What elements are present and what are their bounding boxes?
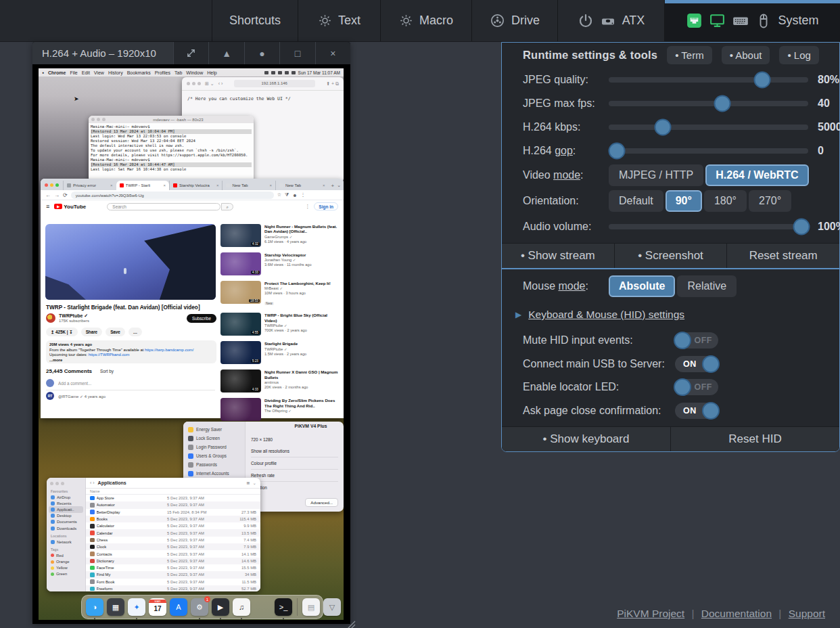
finder-sidebar-item: Desktop xyxy=(49,513,83,519)
running-indicator-dot xyxy=(136,618,137,619)
toggle-row: Ask page close confirmation:ON xyxy=(502,399,839,423)
toggle-state-label: OFF xyxy=(695,336,713,345)
audio-volume-slider-thumb[interactable] xyxy=(793,218,810,235)
stream-close-button[interactable]: × xyxy=(315,42,350,64)
tab-close-icon[interactable]: × xyxy=(163,183,166,187)
video-mode-option-h-264-webrtc[interactable]: H.264 / WebRTC xyxy=(705,164,808,186)
browser-tab[interactable]: TWRP - Starli× xyxy=(116,181,169,190)
panel-tab-term[interactable]: • Term xyxy=(667,46,711,64)
sidebar-item-label: Green xyxy=(56,572,67,576)
audio-volume-slider[interactable] xyxy=(609,224,808,229)
toggle-enable-locator-led[interactable]: OFF xyxy=(675,379,718,395)
finder-sidebar-item: Applicati.. xyxy=(49,506,83,512)
toggle-ask-page-close-confirmation[interactable]: ON xyxy=(675,403,718,419)
suggested-video: 4:33Night Runner X Danni GSO | Magnum Bu… xyxy=(220,369,341,392)
toggle-row: Mute HID input events:OFF xyxy=(502,329,839,353)
toggle-mute-hid-input-events[interactable]: OFF xyxy=(675,332,718,349)
settings-item-label: Login Password xyxy=(196,445,227,449)
tab-title: Privacy error xyxy=(73,183,108,187)
bookmark-icon: ☆ xyxy=(277,192,281,198)
tab-search-caret-icon[interactable]: ⌄ xyxy=(337,183,341,190)
finder-sidebar-item: Green xyxy=(49,571,83,577)
jpeg-quality-slider-thumb[interactable] xyxy=(754,71,771,88)
orientation-option-270-[interactable]: 270° xyxy=(749,190,791,212)
settings-item-icon xyxy=(188,436,193,441)
stream-window-header[interactable]: H.264 + Audio – 1920x10 ▲●□× xyxy=(32,42,350,64)
new-tab-button[interactable]: + xyxy=(331,183,334,189)
sidebar-item-icon xyxy=(51,520,55,524)
running-indicator-dot xyxy=(199,618,200,619)
panel-button-reset-stream[interactable]: Reset stream xyxy=(727,244,839,268)
suggested-video: 18:53Protect The Lamborghini, Keep It!Mr… xyxy=(220,281,341,307)
nav-item-atx[interactable]: ATX xyxy=(557,0,664,41)
panel-button-show-keyboard[interactable]: • Show keyboard xyxy=(502,427,670,451)
stream-expand-button[interactable] xyxy=(173,42,208,64)
sidebar-item-label: Network xyxy=(57,540,72,544)
sidebar-item-icon xyxy=(51,495,55,499)
mouse-mode-option-relative[interactable]: Relative xyxy=(677,275,737,297)
keyboard-icon xyxy=(732,12,749,30)
channel-name: TWRPtube ✓ xyxy=(59,313,89,319)
stream-record-button[interactable]: ● xyxy=(244,42,279,64)
nav-item-drive[interactable]: Drive xyxy=(471,0,557,41)
toggle-row: Enable locator LED:OFF xyxy=(502,376,839,399)
remote-desktop-screen[interactable]: ⊞ ⌄ ‹ › 192.168.1.146 ⬆ + ⧉ /* Here you … xyxy=(39,68,344,620)
tab-title: New Tab xyxy=(232,183,267,187)
nav-item-text[interactable]: Text xyxy=(298,0,380,41)
settings-window-title: PiKVM V4 Plus xyxy=(295,424,327,428)
nav-item-shortcuts[interactable]: Shortcuts xyxy=(212,0,298,41)
mouse-mode-option-absolute[interactable]: Absolute xyxy=(609,275,675,297)
panel-button-show-stream[interactable]: • Show stream xyxy=(502,244,614,268)
h264-kbps-slider-thumb[interactable] xyxy=(654,118,671,135)
browser-tab[interactable]: Starship Velocira× xyxy=(169,181,223,190)
tab-close-icon[interactable]: × xyxy=(110,183,113,187)
toggle-state-label: ON xyxy=(683,406,697,416)
toggle-connect-main-usb-to-server[interactable]: ON xyxy=(675,356,718,372)
youtube-header: ≡ ▶YouTube Search⌕ ⋮ Sign in xyxy=(41,200,344,212)
nav-item-macro[interactable]: Macro xyxy=(380,0,471,41)
stream-shade-button[interactable]: ▲ xyxy=(208,42,243,64)
menubar-item: Bookmarks xyxy=(127,70,151,75)
h264-gop-slider-thumb[interactable] xyxy=(608,142,625,159)
video-title: Night Runner - Magnum Bullets (feat. Dan… xyxy=(264,224,341,234)
browser-tab[interactable]: New Tab× xyxy=(275,181,329,190)
panel-tab-about[interactable]: • About xyxy=(722,46,770,64)
nav-item-system[interactable]: System xyxy=(664,0,840,41)
tab-close-icon[interactable]: × xyxy=(269,183,272,187)
panel-title: Runtime settings & tools xyxy=(523,49,657,62)
jpeg-quality-slider[interactable] xyxy=(609,77,808,83)
h264-gop-slider[interactable] xyxy=(609,148,808,154)
browser-tab[interactable]: Privacy error× xyxy=(63,181,116,190)
video-title: Starlight Brigade xyxy=(264,341,306,346)
window-resize-grip[interactable] xyxy=(345,619,356,628)
panel-tab-log[interactable]: • Log xyxy=(779,46,818,64)
jpeg-max-fps-slider-thumb[interactable] xyxy=(714,95,731,112)
gear-icon xyxy=(318,14,332,28)
orientation-option-90-[interactable]: 90° xyxy=(666,190,702,212)
h264-kbps-slider[interactable] xyxy=(609,125,808,130)
footer-link-support[interactable]: Support xyxy=(789,608,825,619)
orientation-option-180-[interactable]: 180° xyxy=(704,190,747,212)
new-badge: New xyxy=(264,302,274,305)
panel-button-reset-hid[interactable]: Reset HID xyxy=(671,427,839,451)
stream-window-button[interactable]: □ xyxy=(279,42,314,64)
navbar-spacer xyxy=(0,0,212,41)
browser-tab[interactable]: New Tab× xyxy=(222,181,275,190)
settings-item-icon xyxy=(188,445,193,450)
running-indicator-dot xyxy=(94,618,95,619)
stream-window-title: H.264 + Audio – 1920x10 xyxy=(32,42,173,64)
footer-link-pikvm-project[interactable]: PiKVM Project xyxy=(617,608,684,619)
file-date: 5 Dec 2023, 9:37 AM xyxy=(167,552,229,556)
file-icon xyxy=(90,579,95,584)
jpeg-max-fps-slider[interactable] xyxy=(609,101,808,106)
orientation-option-default[interactable]: Default xyxy=(609,190,663,212)
footer-link-documentation[interactable]: Documentation xyxy=(701,608,772,619)
finder-sidebar-item: AirDrop xyxy=(49,494,83,500)
panel-button-screenshot[interactable]: • Screenshot xyxy=(615,244,727,268)
video-mode-option-mjpeg-http[interactable]: MJPEG / HTTP xyxy=(609,164,703,186)
traffic-lights xyxy=(91,118,106,121)
kebab-icon: ⋮ xyxy=(305,204,310,209)
tab-close-icon[interactable]: × xyxy=(216,183,219,187)
tab-close-icon[interactable]: × xyxy=(323,183,325,187)
hid-settings-link[interactable]: Keyboard & Mouse (HID) settings xyxy=(528,309,684,321)
